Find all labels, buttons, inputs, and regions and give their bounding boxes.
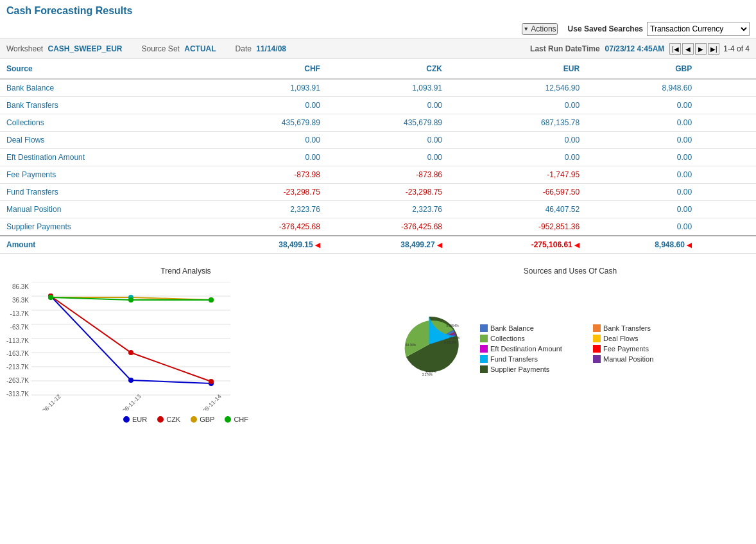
cell-gbp: 0.00 bbox=[586, 218, 698, 236]
cell-empty2 bbox=[727, 97, 756, 114]
cell-empty1 bbox=[698, 132, 727, 149]
cell-empty2 bbox=[727, 132, 756, 149]
cell-empty1 bbox=[698, 114, 727, 132]
date-label: Date bbox=[236, 44, 252, 53]
actions-button[interactable]: Actions bbox=[522, 23, 557, 35]
pie-legend-supplier-payments: Supplier Payments bbox=[480, 365, 583, 373]
worksheet-label: Worksheet bbox=[6, 44, 43, 53]
cell-gbp: 0.00 bbox=[586, 184, 698, 201]
legend-chf: CHF bbox=[225, 416, 248, 423]
cell-eur: -1,747.95 bbox=[449, 166, 586, 184]
cell-eur: 0.00 bbox=[449, 132, 586, 149]
cell-source[interactable]: Eft Destination Amount bbox=[0, 149, 205, 166]
cell-source[interactable]: Manual Position bbox=[0, 201, 205, 218]
use-saved-searches-label: Use Saved Searches bbox=[568, 24, 643, 33]
svg-point-10 bbox=[128, 378, 133, 383]
pie-label-collections: 45.10% bbox=[449, 337, 460, 340]
cell-czk: -23,298.75 bbox=[327, 184, 449, 201]
pie-legend-deal-flows: Deal Flows bbox=[593, 335, 696, 342]
cell-source[interactable]: Bank Transfers bbox=[0, 97, 205, 114]
trend-chart-title: Trend Analysis bbox=[6, 267, 365, 276]
cell-czk: 0.00 bbox=[327, 132, 449, 149]
svg-point-13 bbox=[128, 350, 133, 355]
page-header: Cash Forecasting Results bbox=[0, 0, 756, 19]
cell-gbp: 0.00 bbox=[586, 132, 698, 149]
cell-czk: 2,323.76 bbox=[327, 201, 449, 218]
pie-label-manual: 1.477% bbox=[425, 370, 436, 373]
y-label-1: 36.3K bbox=[6, 297, 29, 304]
total-empty2 bbox=[727, 236, 756, 254]
pie-legend-manual-position-label: Manual Position bbox=[603, 355, 653, 363]
cell-source[interactable]: Deal Flows bbox=[0, 132, 205, 149]
pie-legend-bank-transfers-label: Bank Transfers bbox=[603, 324, 651, 332]
charts-section: Trend Analysis 86.3K 36.3K -13.7K -63.7K… bbox=[0, 254, 756, 436]
table-row: Supplier Payments -376,425.68 -376,425.6… bbox=[0, 218, 756, 236]
meta-right: Last Run DateTime 07/23/12 4:45AM |◀ ◀ ▶… bbox=[530, 43, 750, 55]
svg-text:2008-11-13: 2008-11-13 bbox=[117, 393, 142, 410]
source-set-item: Source Set ACTUAL bbox=[142, 44, 216, 53]
cell-empty1 bbox=[698, 149, 727, 166]
source-set-value: ACTUAL bbox=[184, 44, 216, 53]
cell-eur: 687,135.78 bbox=[449, 114, 586, 132]
table-row: Deal Flows 0.00 0.00 0.00 0.00 bbox=[0, 132, 756, 149]
total-row: Amount 38,499.15 ◀ 38,499.27 ◀ -275,106.… bbox=[0, 236, 756, 254]
trend-legend: EUR CZK GBP CHF bbox=[6, 416, 365, 423]
cell-eur: 12,546.90 bbox=[449, 79, 586, 97]
cell-czk: 1,093.91 bbox=[327, 79, 449, 97]
cell-czk: -376,425.68 bbox=[327, 218, 449, 236]
cell-gbp: 0.00 bbox=[586, 166, 698, 184]
y-label-7: -263.7K bbox=[6, 377, 29, 384]
svg-point-19 bbox=[128, 297, 133, 303]
toolbar: Actions Use Saved Searches Transaction C… bbox=[0, 19, 756, 39]
y-label-8: -313.7K bbox=[6, 390, 29, 398]
cell-gbp: 0.00 bbox=[586, 114, 698, 132]
table-row: Collections 435,679.89 435,679.89 687,13… bbox=[0, 114, 756, 132]
cell-source[interactable]: Fund Transfers bbox=[0, 184, 205, 201]
pie-legend-eft-label: Eft Destination Amount bbox=[490, 345, 562, 353]
legend-gbp: GBP bbox=[191, 416, 214, 423]
cell-chf: 0.00 bbox=[205, 97, 327, 114]
cell-chf: 0.00 bbox=[205, 149, 327, 166]
pie-legend-eft: Eft Destination Amount bbox=[480, 345, 583, 353]
cell-source[interactable]: Supplier Payments bbox=[0, 218, 205, 236]
forecast-table: Source CHF CZK EUR GBP Bank Balance 1,09… bbox=[0, 59, 756, 254]
pie-svg: 0.6854% 45.10% 49.36% 3.276% 1.477% 0.10… bbox=[391, 282, 467, 410]
next-page-button[interactable]: ▶ bbox=[695, 43, 707, 55]
pie-legend-supplier-payments-label: Supplier Payments bbox=[490, 365, 549, 373]
cell-source[interactable]: Bank Balance bbox=[0, 79, 205, 97]
date-item: Date 11/14/08 bbox=[236, 44, 286, 53]
cell-source[interactable]: Fee Payments bbox=[0, 166, 205, 184]
total-chf: 38,499.15 ◀ bbox=[205, 236, 327, 254]
trend-chart: Trend Analysis 86.3K 36.3K -13.7K -63.7K… bbox=[6, 267, 365, 423]
total-gbp: 8,948.60 ◀ bbox=[586, 236, 698, 254]
pie-legend-fund-transfers: Fund Transfers bbox=[480, 355, 583, 363]
cell-source[interactable]: Collections bbox=[0, 114, 205, 132]
cell-eur: -66,597.50 bbox=[449, 184, 586, 201]
page-title: Cash Forecasting Results bbox=[6, 5, 133, 16]
pagination: |◀ ◀ ▶ ▶| 1-4 of 4 bbox=[669, 43, 750, 55]
table-row: Fee Payments -873.98 -873.86 -1,747.95 0… bbox=[0, 166, 756, 184]
cell-chf: 1,093.91 bbox=[205, 79, 327, 97]
legend-eur-label: EUR bbox=[132, 416, 147, 423]
pie-legend-fund-transfers-label: Fund Transfers bbox=[490, 355, 538, 363]
col-empty2 bbox=[727, 59, 756, 79]
total-empty1 bbox=[698, 236, 727, 254]
y-label-2: -13.7K bbox=[6, 310, 29, 317]
cell-chf: 435,679.89 bbox=[205, 114, 327, 132]
svg-point-14 bbox=[209, 379, 214, 384]
last-page-button[interactable]: ▶| bbox=[708, 43, 719, 55]
cell-empty2 bbox=[727, 79, 756, 97]
pie-legend-bank-balance: Bank Balance bbox=[480, 324, 583, 332]
svg-point-20 bbox=[209, 297, 214, 303]
currency-select[interactable]: Transaction Currency Functional Currency bbox=[647, 22, 750, 36]
prev-page-button[interactable]: ◀ bbox=[682, 43, 694, 55]
col-source: Source bbox=[0, 59, 205, 79]
legend-czk-label: CZK bbox=[166, 416, 180, 423]
cell-eur: -952,851.36 bbox=[449, 218, 586, 236]
source-set-label: Source Set bbox=[142, 44, 180, 53]
first-page-button[interactable]: |◀ bbox=[669, 43, 681, 55]
cell-empty1 bbox=[698, 166, 727, 184]
cell-chf: 2,323.76 bbox=[205, 201, 327, 218]
pie-label-fee: 0.1012% bbox=[444, 341, 457, 344]
pie-legend-collections: Collections bbox=[480, 335, 583, 342]
